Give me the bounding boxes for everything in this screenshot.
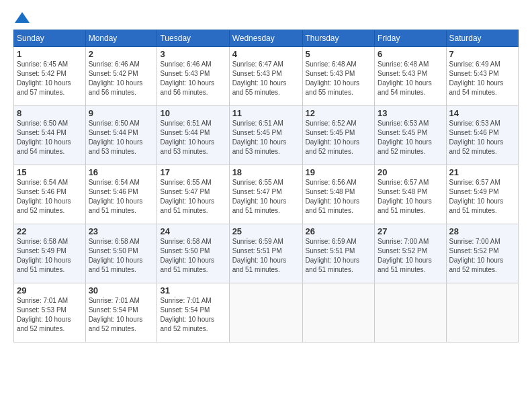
- calendar-day-20: 20Sunrise: 6:57 AMSunset: 5:48 PMDayligh…: [375, 165, 446, 224]
- weekday-header-row: SundayMondayTuesdayWednesdayThursdayFrid…: [14, 30, 519, 47]
- calendar-day-empty: [375, 283, 446, 342]
- weekday-header-thursday: Thursday: [302, 30, 375, 47]
- calendar-day-1: 1Sunrise: 6:45 AMSunset: 5:42 PMDaylight…: [14, 47, 86, 106]
- calendar-day-11: 11Sunrise: 6:51 AMSunset: 5:45 PMDayligh…: [229, 106, 302, 165]
- calendar-day-28: 28Sunrise: 7:00 AMSunset: 5:52 PMDayligh…: [446, 224, 518, 283]
- calendar-day-26: 26Sunrise: 6:59 AMSunset: 5:51 PMDayligh…: [302, 224, 375, 283]
- weekday-header-sunday: Sunday: [14, 30, 86, 47]
- calendar-day-21: 21Sunrise: 6:57 AMSunset: 5:49 PMDayligh…: [446, 165, 518, 224]
- calendar-day-9: 9Sunrise: 6:50 AMSunset: 5:44 PMDaylight…: [85, 106, 157, 165]
- calendar-day-10: 10Sunrise: 6:51 AMSunset: 5:44 PMDayligh…: [157, 106, 229, 165]
- calendar-week-3: 15Sunrise: 6:54 AMSunset: 5:46 PMDayligh…: [14, 165, 519, 224]
- calendar-week-2: 8Sunrise: 6:50 AMSunset: 5:44 PMDaylight…: [14, 106, 519, 165]
- calendar-day-31: 31Sunrise: 7:01 AMSunset: 5:54 PMDayligh…: [157, 283, 229, 342]
- calendar-day-empty: [446, 283, 518, 342]
- page: SundayMondayTuesdayWednesdayThursdayFrid…: [0, 0, 532, 349]
- calendar-day-empty: [302, 283, 375, 342]
- calendar-week-1: 1Sunrise: 6:45 AMSunset: 5:42 PMDaylight…: [14, 47, 519, 106]
- calendar-day-25: 25Sunrise: 6:59 AMSunset: 5:51 PMDayligh…: [229, 224, 302, 283]
- calendar-table: SundayMondayTuesdayWednesdayThursdayFrid…: [13, 30, 519, 342]
- weekday-header-saturday: Saturday: [446, 30, 518, 47]
- calendar-day-29: 29Sunrise: 7:01 AMSunset: 5:53 PMDayligh…: [14, 283, 86, 342]
- calendar-day-18: 18Sunrise: 6:55 AMSunset: 5:47 PMDayligh…: [229, 165, 302, 224]
- calendar-day-4: 4Sunrise: 6:47 AMSunset: 5:43 PMDaylight…: [229, 47, 302, 106]
- calendar-day-5: 5Sunrise: 6:48 AMSunset: 5:43 PMDaylight…: [302, 47, 375, 106]
- weekday-header-tuesday: Tuesday: [157, 30, 229, 47]
- calendar-week-5: 29Sunrise: 7:01 AMSunset: 5:53 PMDayligh…: [14, 283, 519, 342]
- calendar-day-17: 17Sunrise: 6:55 AMSunset: 5:47 PMDayligh…: [157, 165, 229, 224]
- calendar-day-19: 19Sunrise: 6:56 AMSunset: 5:48 PMDayligh…: [302, 165, 375, 224]
- header: [13, 12, 519, 23]
- calendar-day-12: 12Sunrise: 6:52 AMSunset: 5:45 PMDayligh…: [302, 106, 375, 165]
- calendar-day-24: 24Sunrise: 6:58 AMSunset: 5:50 PMDayligh…: [157, 224, 229, 283]
- weekday-header-monday: Monday: [85, 30, 157, 47]
- calendar-day-2: 2Sunrise: 6:46 AMSunset: 5:42 PMDaylight…: [85, 47, 157, 106]
- svg-marker-0: [15, 12, 30, 23]
- calendar-day-15: 15Sunrise: 6:54 AMSunset: 5:46 PMDayligh…: [14, 165, 86, 224]
- calendar-day-empty: [229, 283, 302, 342]
- calendar-day-3: 3Sunrise: 6:46 AMSunset: 5:43 PMDaylight…: [157, 47, 229, 106]
- calendar-week-4: 22Sunrise: 6:58 AMSunset: 5:49 PMDayligh…: [14, 224, 519, 283]
- calendar-day-30: 30Sunrise: 7:01 AMSunset: 5:54 PMDayligh…: [85, 283, 157, 342]
- weekday-header-wednesday: Wednesday: [229, 30, 302, 47]
- calendar-day-8: 8Sunrise: 6:50 AMSunset: 5:44 PMDaylight…: [14, 106, 86, 165]
- calendar-day-6: 6Sunrise: 6:48 AMSunset: 5:43 PMDaylight…: [375, 47, 446, 106]
- calendar-day-14: 14Sunrise: 6:53 AMSunset: 5:46 PMDayligh…: [446, 106, 518, 165]
- logo: [13, 12, 30, 23]
- calendar-day-23: 23Sunrise: 6:58 AMSunset: 5:50 PMDayligh…: [85, 224, 157, 283]
- calendar-day-22: 22Sunrise: 6:58 AMSunset: 5:49 PMDayligh…: [14, 224, 86, 283]
- calendar-day-13: 13Sunrise: 6:53 AMSunset: 5:45 PMDayligh…: [375, 106, 446, 165]
- calendar-day-16: 16Sunrise: 6:54 AMSunset: 5:46 PMDayligh…: [85, 165, 157, 224]
- logo-icon: [15, 12, 30, 23]
- calendar-day-7: 7Sunrise: 6:49 AMSunset: 5:43 PMDaylight…: [446, 47, 518, 106]
- weekday-header-friday: Friday: [375, 30, 446, 47]
- calendar-day-27: 27Sunrise: 7:00 AMSunset: 5:52 PMDayligh…: [375, 224, 446, 283]
